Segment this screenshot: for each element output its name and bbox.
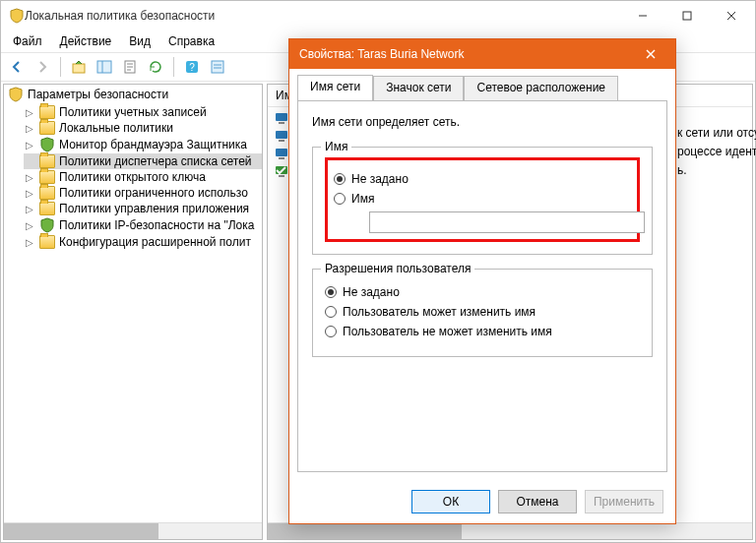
apply-button[interactable]: Применить bbox=[585, 490, 663, 513]
back-button[interactable] bbox=[5, 55, 29, 79]
expand-icon[interactable]: ▷ bbox=[24, 187, 35, 199]
dialog-button-row: ОК Отмена Применить bbox=[289, 480, 675, 523]
highlight-box: Не задано Имя bbox=[325, 157, 640, 242]
expand-icon[interactable]: ▷ bbox=[24, 219, 35, 231]
radio-icon bbox=[325, 326, 337, 337]
radio-name-custom[interactable]: Имя bbox=[334, 192, 631, 206]
tree-item[interactable]: ▷Локальные политики bbox=[24, 120, 262, 136]
help-button[interactable]: ? bbox=[180, 55, 204, 79]
folder-icon bbox=[39, 170, 55, 184]
tree-scrollbar[interactable] bbox=[4, 522, 262, 539]
tree-item-label: Политики ограниченного использо bbox=[59, 186, 248, 200]
network-icon bbox=[274, 163, 289, 179]
shield-icon bbox=[39, 137, 55, 152]
tree-item-label: Политики открытого ключа bbox=[59, 170, 206, 184]
tree-root-label: Параметры безопасности bbox=[28, 88, 168, 101]
radio-perm-can-change[interactable]: Пользователь может изменить имя bbox=[325, 305, 640, 319]
properties-dialog: Свойства: Taras Buria Network Имя сети З… bbox=[288, 38, 676, 524]
folder-icon bbox=[39, 154, 55, 168]
bg-text-1: к сети или отсу bbox=[677, 126, 756, 140]
fieldset-name: Имя Не задано Имя bbox=[312, 147, 653, 255]
tree-item[interactable]: ▷Политики управления приложения bbox=[24, 201, 262, 216]
export-button[interactable] bbox=[118, 55, 142, 79]
expand-icon[interactable]: ▷ bbox=[24, 171, 35, 183]
radio-icon bbox=[325, 306, 337, 318]
up-button[interactable] bbox=[67, 55, 91, 79]
tree-item[interactable]: ▷Политики IP-безопасности на "Лока bbox=[24, 216, 262, 234]
menu-file[interactable]: Файл bbox=[5, 32, 50, 50]
network-icon bbox=[274, 146, 289, 161]
folder-icon bbox=[39, 235, 55, 249]
tree-pane: Параметры безопасности ▷Политики учетных… bbox=[3, 84, 263, 540]
menu-view[interactable]: Вид bbox=[121, 32, 158, 50]
tree-item[interactable]: ▷Политики ограниченного использо bbox=[24, 185, 262, 201]
menu-action[interactable]: Действие bbox=[52, 32, 120, 50]
radio-perm-cannot-change[interactable]: Пользователь не может изменить имя bbox=[325, 325, 640, 338]
svg-rect-5 bbox=[97, 61, 111, 73]
folder-icon bbox=[39, 121, 55, 135]
tree-item-label: Политики диспетчера списка сетей bbox=[59, 154, 252, 168]
dialog-description: Имя сети определяет сеть. bbox=[312, 115, 653, 129]
dialog-close-button[interactable] bbox=[636, 39, 665, 69]
dialog-titlebar: Свойства: Taras Buria Network bbox=[289, 39, 675, 69]
menu-help[interactable]: Справка bbox=[160, 32, 222, 50]
tree-item-label: Политики IP-безопасности на "Лока bbox=[59, 218, 254, 232]
tree-item[interactable]: ▷Конфигурация расширенной полит bbox=[24, 234, 262, 250]
tree-item-label: Локальные политики bbox=[59, 121, 173, 135]
close-button[interactable] bbox=[709, 2, 753, 30]
svg-rect-14 bbox=[279, 122, 284, 124]
tree-item-label: Политики учетных записей bbox=[59, 105, 207, 119]
maximize-button[interactable] bbox=[664, 2, 709, 30]
show-tree-button[interactable] bbox=[93, 55, 116, 79]
expand-icon[interactable]: ▷ bbox=[24, 236, 35, 248]
tree-item[interactable]: ▷Политики учетных записей bbox=[24, 104, 262, 120]
radio-name-notset[interactable]: Не задано bbox=[334, 172, 631, 186]
minimize-button[interactable] bbox=[620, 2, 664, 30]
radio-icon bbox=[334, 173, 346, 185]
svg-rect-16 bbox=[279, 140, 284, 142]
expand-icon[interactable]: ▷ bbox=[24, 203, 35, 214]
folder-icon bbox=[39, 202, 55, 215]
expand-icon[interactable]: ▷ bbox=[24, 122, 35, 134]
expand-icon[interactable] bbox=[24, 155, 35, 167]
folder-icon bbox=[39, 186, 55, 200]
fieldset-permissions: Разрешения пользователя Не задано Пользо… bbox=[312, 269, 653, 357]
tab-strip: Имя сети Значок сети Сетевое расположени… bbox=[289, 69, 675, 100]
tree-item[interactable]: Политики диспетчера списка сетей bbox=[24, 153, 262, 169]
expand-icon[interactable]: ▷ bbox=[24, 106, 35, 118]
svg-text:?: ? bbox=[189, 62, 195, 73]
svg-rect-1 bbox=[683, 12, 691, 20]
svg-rect-17 bbox=[276, 149, 287, 156]
tree-item-label: Конфигурация расширенной полит bbox=[59, 235, 251, 249]
network-icon bbox=[274, 110, 289, 126]
tree-root[interactable]: Параметры безопасности bbox=[4, 85, 262, 104]
forward-button[interactable] bbox=[31, 55, 54, 79]
legend-permissions: Разрешения пользователя bbox=[321, 262, 474, 275]
name-input[interactable] bbox=[369, 211, 645, 233]
legend-name: Имя bbox=[321, 140, 351, 153]
expand-icon[interactable]: ▷ bbox=[24, 139, 35, 151]
svg-rect-4 bbox=[73, 64, 85, 73]
dialog-title: Свойства: Taras Buria Network bbox=[299, 47, 636, 61]
titlebar: Локальная политика безопасности bbox=[1, 1, 755, 30]
tree-item-label: Политики управления приложения bbox=[59, 202, 249, 215]
tree-item[interactable]: ▷Монитор брандмауэра Защитника bbox=[24, 136, 262, 153]
app-icon bbox=[9, 8, 25, 24]
tab-network-icon[interactable]: Значок сети bbox=[373, 76, 464, 101]
tree-item[interactable]: ▷Политики открытого ключа bbox=[24, 169, 262, 185]
ok-button[interactable]: ОК bbox=[411, 490, 490, 513]
list-scrollbar[interactable] bbox=[268, 522, 752, 539]
svg-rect-13 bbox=[276, 113, 287, 121]
folder-icon bbox=[39, 105, 55, 119]
tab-network-location[interactable]: Сетевое расположение bbox=[464, 76, 618, 101]
tab-panel: Имя сети определяет сеть. Имя Не задано … bbox=[297, 100, 667, 472]
cancel-button[interactable]: Отмена bbox=[498, 490, 577, 513]
radio-perm-notset[interactable]: Не задано bbox=[325, 285, 640, 299]
tree-item-label: Монитор брандмауэра Защитника bbox=[59, 138, 247, 151]
window-title: Локальная политика безопасности bbox=[25, 9, 620, 23]
properties-button[interactable] bbox=[206, 55, 229, 79]
tab-network-name[interactable]: Имя сети bbox=[297, 75, 373, 100]
svg-rect-10 bbox=[212, 61, 223, 73]
radio-icon bbox=[325, 286, 337, 298]
refresh-button[interactable] bbox=[144, 55, 167, 79]
